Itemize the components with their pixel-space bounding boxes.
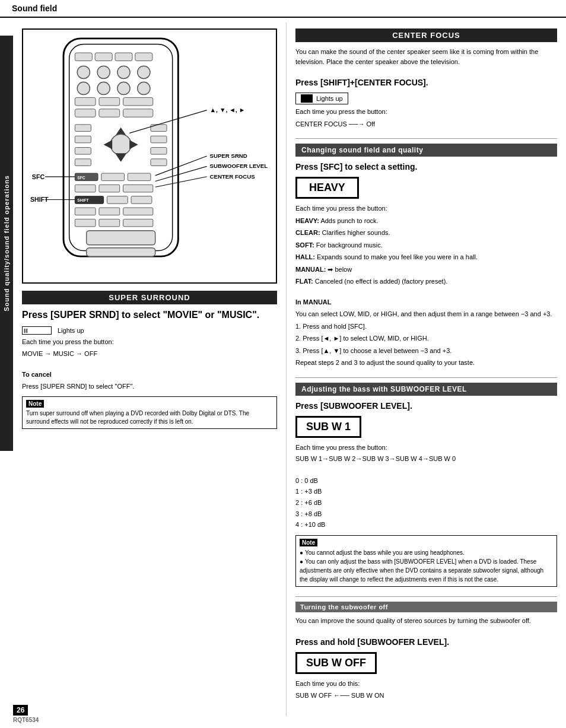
page-number: 26 [13,705,28,716]
turning-off-each-time: Each time you do this: [295,679,557,689]
to-cancel-label: To cancel [22,370,277,380]
divider-3 [295,596,557,597]
cf-lights-up: Lights up [316,95,343,102]
option-clear: CLEAR: Clarifies higher sounds. [295,228,557,238]
remote-svg: SFC SHIFT [29,36,270,276]
db-1: 1 : +3 dB [295,486,557,497]
subwoofer-note: Note You cannot adjust the bass while yo… [295,535,557,587]
svg-rect-34 [101,173,125,181]
svg-rect-47 [75,219,96,227]
svg-point-6 [77,66,90,78]
svg-text:SFC: SFC [32,173,45,180]
lights-up-label: Lights up [58,327,84,334]
sidebar-label: Sound quality/sound field operations [0,36,13,451]
svg-rect-2 [75,53,92,61]
turning-off-section: Turning the subwoofer off You can improv… [295,602,557,701]
super-surround-each-time: Each time you press the button: [22,337,277,347]
sound-options-list: HEAVY: Adds punch to rock. CLEAR: Clarif… [295,216,557,287]
svg-point-12 [117,82,130,94]
main-content: SFC SHIFT [0,18,566,716]
sidebar-text: Sound quality/sound field operations [3,175,10,311]
svg-rect-44 [75,208,96,215]
divider-2 [295,377,557,378]
manual-step-2: 2. Press [◄, ►] to select LOW, MID, or H… [295,333,557,344]
svg-rect-5 [135,53,152,61]
manual-step-repeat: Repeat steps 2 and 3 to adjust the sound… [295,358,557,368]
svg-rect-4 [115,53,132,61]
turning-off-description: You can improve the sound quality of ste… [295,616,557,626]
subwoofer-sequence: SUB W 1→SUB W 2→SUB W 3→SUB W 4→SUB W 0 [295,455,557,462]
svg-rect-27 [75,148,91,155]
svg-rect-14 [75,97,96,106]
svg-point-8 [117,66,130,78]
svg-text:SHIFT: SHIFT [77,198,89,202]
svg-rect-28 [75,159,91,166]
svg-rect-18 [99,109,120,117]
svg-rect-15 [99,97,120,106]
super-surround-section: SUPER SURROUND Press [SUPER SRND] to sel… [22,291,277,429]
manual-step-3: 3. Press [▲, ▼] to choose a level betwee… [295,346,557,356]
db-list: 0 : 0 dB 1 : +3 dB 2 : +6 dB 3 : +8 dB 4… [295,475,557,530]
sub-w1-display: SUB W 1 [295,416,361,438]
manual-step-1: 1. Press and hold [SFC]. [295,322,557,332]
center-focus-description: You can make the sound of the center spe… [295,47,557,66]
svg-rect-50 [87,231,155,245]
note-label: Note [26,400,44,408]
page-header: Sound field [0,0,566,18]
option-heavy: HEAVY: Adds punch to rock. [295,216,557,226]
turning-off-header: Turning the subwoofer off [295,602,557,612]
turning-off-press-heading: Press and hold [SUBWOOFER LEVEL]. [295,637,557,647]
turning-off-sequence: SUB W OFF ←── SUB W ON [295,691,557,701]
doc-number: RQT6534 [13,717,39,723]
db-0: 0 : 0 dB [295,475,557,487]
to-cancel-text: Press [SUPER SRND] to select "OFF". [22,382,277,392]
svg-rect-26 [75,136,91,143]
remote-diagram: SFC SHIFT [22,28,277,284]
option-soft: SOFT: For background music. [295,240,557,250]
svg-rect-42 [131,196,152,204]
subwoofer-press-heading: Press [SUBWOOFER LEVEL]. [295,400,557,411]
manual-steps: 1. Press and hold [SFC]. 2. Press [◄, ►]… [295,322,557,368]
svg-rect-45 [99,208,120,215]
note-text: Turn super surround off when playing a D… [26,409,273,426]
svg-rect-32 [151,159,167,166]
svg-point-11 [97,82,110,94]
center-focus-header: CENTER FOCUS [295,28,557,42]
super-surround-note: Note Turn super surround off when playin… [22,396,277,429]
option-hall: HALL: Expands sound to make you feel lik… [295,252,557,262]
svg-point-10 [77,82,90,94]
option-manual: MANUAL: ➡ below [295,265,557,275]
changing-sound-section: Changing sound field and quality Press [… [295,144,557,368]
cf-sequence: CENTER FOCUS ──→ Off [295,119,557,129]
svg-rect-38 [99,185,120,192]
svg-text:CENTER FOCUS: CENTER FOCUS [210,173,256,180]
center-focus-section: CENTER FOCUS You can make the sound of t… [295,28,557,129]
header-title: Sound field [12,4,57,13]
svg-rect-46 [123,208,153,215]
svg-rect-16 [123,97,153,106]
adjusting-bass-section: Adjusting the bass with SUBWOOFER LEVEL … [295,383,557,587]
subwoofer-note-label: Note [300,539,317,546]
svg-text:▲, ▼, ◄, ►: ▲, ▼, ◄, ► [210,106,246,113]
svg-rect-41 [107,196,128,204]
svg-text:SHIFT: SHIFT [30,196,49,203]
svg-rect-37 [75,185,96,192]
db-2: 2 : +6 dB [295,497,557,508]
db-4: 4 : +10 dB [295,519,557,530]
left-column: SFC SHIFT [13,23,286,716]
svg-rect-51 [87,248,155,257]
right-column: CENTER FOCUS You can make the sound of t… [286,23,566,716]
svg-point-13 [138,82,150,94]
heavy-display: HEAVY [295,177,359,199]
svg-point-9 [138,66,150,78]
lights-indicator [22,326,52,335]
note-bullet-2: You can only adjust the bass with [SUBWO… [300,557,553,584]
db-3: 3 : +8 dB [295,508,557,520]
svg-rect-31 [151,148,167,155]
super-surround-press-heading: Press [SUPER SRND] to select "MOVIE" or … [22,309,277,322]
changing-sound-header: Changing sound field and quality [295,144,557,157]
cf-each-time: Each time you press the button: [295,107,557,117]
svg-rect-3 [95,53,112,61]
svg-rect-39 [123,185,153,192]
svg-point-21 [110,134,131,155]
